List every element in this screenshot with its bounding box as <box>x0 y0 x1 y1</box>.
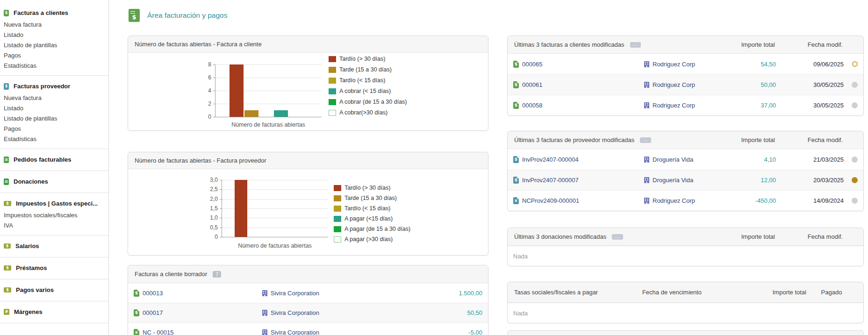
panel-header: Últimas 3 facturas a clientes modificada… <box>508 36 863 54</box>
panel-header: Número de facturas abiertas - Factura a … <box>128 36 488 53</box>
invoice-ref-link[interactable]: InvProv2407-000007 <box>522 177 579 184</box>
legend-swatch <box>329 99 336 105</box>
column-header-amount: Importe total <box>736 289 806 296</box>
sidebar-item-nueva-factura[interactable]: Nueva factura <box>0 93 108 103</box>
sidebar-item-estadísticas[interactable]: Estadísticas <box>0 61 108 71</box>
company-link[interactable]: Rodriguez Corp <box>653 81 695 88</box>
table-row: InvProv2407-000004Droguería Vida4,1021/0… <box>508 149 863 170</box>
company-link[interactable]: Droguería Vida <box>653 177 693 184</box>
separator <box>0 323 108 323</box>
company-link[interactable]: Rodriguez Corp <box>653 102 695 109</box>
sidebar-section-préstamos[interactable]: Préstamos <box>0 261 108 275</box>
separator <box>0 235 108 235</box>
separator <box>0 149 108 149</box>
company-link[interactable]: Sivira Corporation <box>271 309 319 316</box>
legend-label: Tardío (< 15 días) <box>344 205 390 212</box>
more-badge[interactable]: ... <box>612 234 623 240</box>
sidebar-item-estadísticas[interactable]: Estadísticas <box>0 134 108 144</box>
panel-header: Tasas sociales/fiscales a pagar Fecha de… <box>508 282 863 303</box>
sidebar-section-salarios[interactable]: Salarios <box>0 239 108 253</box>
sidebar-section-facturas-proveedor[interactable]: Facturas proveedor <box>0 79 108 93</box>
bar-series-1 <box>230 64 244 117</box>
amount-total: -5,00 <box>426 329 482 335</box>
sidebar-section-pedidos-facturables[interactable]: Pedidos facturables <box>0 152 108 166</box>
page-title-row: Área facturación y pagos <box>129 8 488 22</box>
legend-label: Tarde (15 a 30 días) <box>344 195 397 201</box>
axis-tick <box>213 117 215 117</box>
legend-label: A pagar (de 15 a 30 días) <box>344 226 410 232</box>
sidebar-section-impuestos-gastos-especi[interactable]: Impuestos | Gastos especi... <box>0 196 108 210</box>
sidebar: Facturas a clientesNueva facturaListadoL… <box>0 0 109 335</box>
plot-area: 86420 <box>215 64 322 117</box>
invoice-ref-link[interactable]: InvProv2407-000004 <box>522 156 579 163</box>
company-link[interactable]: Droguería Vida <box>653 156 693 163</box>
x-axis-label: Número de facturas abiertas <box>215 121 322 128</box>
sidebar-item-pagos[interactable]: Pagos <box>0 124 108 134</box>
y-tick-label: 1,5 <box>210 205 218 212</box>
invoice-ref-link[interactable]: 000058 <box>522 102 542 109</box>
invoice-client-icon <box>513 102 519 109</box>
sidebar-section-pagos-varios[interactable]: Pagos varios <box>0 283 108 297</box>
invoice-ref-link[interactable]: 000061 <box>522 81 542 88</box>
sidebar-item-listado-de-plantillas[interactable]: Listado de plantillas <box>0 114 108 124</box>
company-link[interactable]: Sivira Corporation <box>271 329 319 335</box>
legend-label: A cobrar (< 15 días) <box>339 88 391 94</box>
legend-item: A pagar (>30 días) <box>334 236 410 242</box>
company-icon <box>644 82 649 88</box>
invoice-ref-link[interactable]: 000013 <box>143 290 163 297</box>
amount-total: 50,50 <box>426 309 482 316</box>
sidebar-item-listado[interactable]: Listado <box>0 30 108 40</box>
company-icon <box>262 290 267 296</box>
panel-title: Últimas 3 donaciones modificadas <box>514 233 606 240</box>
legend-item: Tardío (< 15 días) <box>334 205 410 212</box>
panel-social-taxes: Tasas sociales/fiscales a pagar Fecha de… <box>507 282 864 323</box>
y-tick-label: 8 <box>208 61 211 68</box>
sidebar-section-facturas-a-clientes[interactable]: Facturas a clientes <box>0 6 108 20</box>
invoice-ref-link[interactable]: 000017 <box>143 309 163 316</box>
company-link[interactable]: Sivira Corporation <box>271 290 319 297</box>
invoice-ref-link[interactable]: 000065 <box>522 61 542 68</box>
sidebar-section-label: Márgenes <box>14 308 43 315</box>
column-header-amount: Importe total <box>721 136 775 143</box>
invoice-ref-link[interactable]: NCProv2409-000001 <box>522 197 579 204</box>
left-column: Área facturación y pagos Número de factu… <box>128 7 488 335</box>
billable-orders-icon <box>4 157 9 163</box>
column-header-amount: Importe total <box>721 233 775 240</box>
panel-last-client-invoices: Últimas 3 facturas a clientes modificada… <box>507 36 864 116</box>
more-badge[interactable]: ... <box>640 137 651 143</box>
company-icon <box>644 102 649 108</box>
axis-tick <box>220 180 222 180</box>
axis-tick <box>220 218 222 218</box>
page-title[interactable]: Área facturación y pagos <box>147 11 227 20</box>
panel-open-invoices-client: Número de facturas abiertas - Factura a … <box>128 36 488 131</box>
company-link[interactable]: Rodriguez Corp <box>653 197 695 204</box>
legend-item: A cobrar (de 15 a 30 días) <box>329 99 407 105</box>
sidebar-item-pagos[interactable]: Pagos <box>0 50 108 61</box>
app-root: Facturas a clientesNueva facturaListadoL… <box>0 0 868 335</box>
sidebar-item-listado[interactable]: Listado <box>0 103 108 114</box>
column-header-date: Fecha modif. <box>775 233 843 240</box>
sidebar-section-donaciones[interactable]: Donaciones <box>0 174 108 188</box>
more-badge[interactable]: ... <box>630 42 641 48</box>
date-modified: 14/09/2024 <box>776 197 844 204</box>
date-modified: 09/06/2025 <box>776 61 844 68</box>
invoice-ref-link[interactable]: NC - 00015 <box>143 329 173 335</box>
axis-tick <box>220 237 222 237</box>
bar-series-4 <box>274 110 288 117</box>
company-link[interactable]: Rodriguez Corp <box>653 61 695 68</box>
sidebar-item-nueva-factura[interactable]: Nueva factura <box>0 20 108 30</box>
credit-note-client-icon <box>134 329 139 335</box>
sidebar-item-listado-de-plantillas[interactable]: Listado de plantillas <box>0 40 108 50</box>
date-modified: 30/05/2025 <box>776 81 844 88</box>
legend-label: A cobrar(>30 días) <box>339 109 387 116</box>
status-icon <box>852 82 858 88</box>
sidebar-item-iva[interactable]: IVA <box>0 221 108 231</box>
sidebar-section-label: Facturas proveedor <box>14 83 70 90</box>
credit-note-supplier-icon <box>513 197 519 204</box>
sidebar-section-márgenes[interactable]: Márgenes <box>0 305 108 319</box>
billing-area-icon <box>129 9 140 22</box>
legend-label: A pagar (<15 días) <box>344 215 393 222</box>
table-row: 000058Rodriguez Corp37,0030/05/2025 <box>508 95 863 115</box>
sidebar-item-impuestos-sociales-fiscales[interactable]: Impuestos sociales/fiscales <box>0 210 108 221</box>
legend-label: Tarde (15 a 30 días) <box>339 66 392 73</box>
